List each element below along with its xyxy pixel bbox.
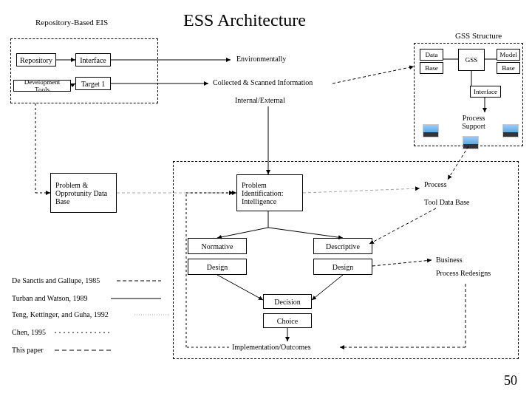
person-icon-bottom (463, 136, 479, 149)
citation-4: Chen, 1995 (12, 328, 46, 336)
target1-box: Target 1 (75, 77, 111, 90)
person-icon-right (502, 124, 519, 137)
citation-5: This paper (12, 346, 44, 354)
gss-interface-box: Interface (470, 86, 501, 98)
repo-region (10, 38, 158, 103)
gss-base-left-label: Base (425, 64, 438, 72)
devtools-box: Development Tools (13, 80, 71, 92)
svg-line-8 (332, 66, 414, 83)
intext-text: Internal/External (235, 96, 285, 104)
process-redesigns-label: Process Redesigns (436, 269, 491, 277)
repository-box: Repository (16, 53, 56, 66)
gss-data-box: Data (420, 49, 443, 61)
process-label: Process (424, 180, 447, 188)
gss-model-label: Model (499, 51, 517, 58)
normative-label: Normative (202, 242, 233, 250)
gss-base-left-box: Base (420, 62, 443, 74)
decision-label: Decision (274, 298, 301, 306)
descriptive-box: Descriptive (313, 238, 372, 254)
gss-base-right-label: Base (502, 64, 515, 72)
target1-label: Target 1 (81, 80, 106, 88)
tool-db-label: Tool Data Base (424, 198, 470, 206)
gss-process-support: Process Support (455, 114, 492, 130)
process-redesigns: Process Redesigns (436, 269, 495, 277)
gss-process-support-label: Process Support (462, 114, 485, 130)
repo-header: Repository-Based EIS (35, 18, 108, 27)
choice-label: Choice (277, 317, 298, 325)
gss-data-label: Data (426, 51, 438, 58)
decision-box: Decision (263, 294, 312, 309)
design-left-label: Design (207, 263, 228, 271)
design-right-box: Design (313, 259, 372, 275)
page-title: ESS Architecture (183, 10, 306, 30)
env-text: Environmentally (236, 55, 286, 63)
citation-1: De Sanctis and Gallupe, 1985 (12, 276, 100, 284)
person-icon-left (423, 124, 439, 137)
devtools-label: Development Tools (17, 78, 67, 93)
repository-label: Repository (20, 56, 52, 64)
citation-2: Turban and Watson, 1989 (12, 294, 88, 302)
collected-text: Collected & Scanned Information (213, 78, 313, 86)
implementation-label: Implementation/Outcomes (232, 343, 311, 351)
problem-db-label: Problem & Opprotunity Data Base (55, 181, 112, 205)
normative-box: Normative (188, 238, 247, 254)
business-label: Business (436, 256, 463, 264)
choice-box: Choice (263, 313, 312, 328)
gss-header: GSS Structure (455, 31, 502, 40)
design-left-box: Design (188, 259, 247, 275)
problem-id-box: Problem Identification: Intelligence (236, 174, 303, 211)
interface-box: Interface (75, 53, 111, 66)
citation-3: Teng, Kettinger, and Guha, 1992 (12, 310, 109, 318)
descriptive-label: Descriptive (326, 242, 360, 250)
gss-gss-label: GSS (466, 56, 478, 64)
gss-interface-label: Interface (474, 88, 497, 95)
gss-base-right-box: Base (497, 62, 520, 74)
problem-id-label: Problem Identification: Intelligence (242, 181, 298, 205)
gss-gss-box: GSS (458, 49, 485, 71)
interface-label: Interface (80, 56, 106, 64)
problem-db-box: Problem & Opprotunity Data Base (50, 173, 117, 213)
gss-model-box: Model (497, 49, 520, 61)
page-number: 50 (504, 373, 517, 389)
design-right-label: Design (332, 263, 353, 271)
